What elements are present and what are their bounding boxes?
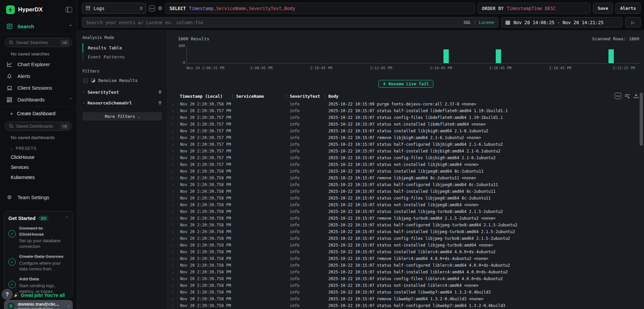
- filter-group-severitytext[interactable]: › SeverityText: [83, 90, 162, 95]
- table-row[interactable]: ›Nov 20 2:20:30.757 PMinfo2025-10-22 10:…: [168, 114, 644, 121]
- cell-severitytext: info: [290, 135, 328, 140]
- col-timestamp[interactable]: Timestamp (Local): [180, 94, 236, 99]
- app: HyperDX Search ⌃ Saved Searches ⌘K No sa…: [0, 0, 644, 309]
- histogram-bar[interactable]: [496, 49, 501, 63]
- table-row[interactable]: ›Nov 20 2:20:30.757 PMinfo2025-10-22 10:…: [168, 141, 644, 148]
- column-config-icon[interactable]: <>: [615, 93, 621, 99]
- get-started-item[interactable]: ✓ Add Data Start sending logs, metrics, …: [8, 276, 68, 294]
- checkbox-icon[interactable]: [83, 78, 88, 83]
- help-button[interactable]: ?: [2, 289, 13, 300]
- table-row[interactable]: ›Nov 20 2:20:30.758 PMinfo2025-10-22 10:…: [168, 262, 644, 269]
- collapse-sidebar-icon[interactable]: [65, 7, 72, 12]
- create-dashboard-button[interactable]: + Create Dashboard: [0, 107, 77, 118]
- table-row[interactable]: ›Nov 20 2:20:30.758 PMinfo2025-10-22 10:…: [168, 202, 644, 208]
- table-row[interactable]: ›Nov 20 2:20:30.758 PMinfo2025-10-22 10:…: [168, 188, 644, 195]
- cell-body: 2025-10-22 10:15:07 status not-installed…: [328, 283, 644, 288]
- cell-body: 2025-10-22 10:15:07 status not-installed…: [328, 243, 644, 248]
- table-row[interactable]: ›Nov 20 2:20:30.758 PMinfo2025-10-22 10:…: [168, 269, 644, 275]
- preset-clickhouse[interactable]: ClickHouse: [0, 152, 77, 162]
- gear-icon[interactable]: ⚙: [158, 5, 162, 11]
- histogram-bar[interactable]: [608, 49, 614, 63]
- table-row[interactable]: ›Nov 20 2:20:30.757 PMinfo2025-10-22 10:…: [168, 107, 644, 114]
- sql-toggle[interactable]: SQL: [464, 20, 471, 25]
- sidebar-item-team-settings[interactable]: ⚙ Team Settings: [0, 191, 77, 204]
- alerts-button[interactable]: Alerts: [615, 3, 641, 14]
- table-row[interactable]: ›Nov 20 2:20:30.758 PMinfo2025-10-22 10:…: [168, 101, 644, 107]
- cell-timestamp: Nov 20 2:20:30.758 PM: [177, 203, 236, 207]
- resume-live-tail-button[interactable]: Resume Live Tail: [378, 80, 433, 88]
- sidebar-item-dashboards[interactable]: Dashboards ⌃: [0, 94, 77, 107]
- event-search-input[interactable]: Search your events w/ Lucene ex. column:…: [82, 17, 498, 28]
- cell-timestamp: Nov 20 2:20:30.758 PM: [177, 243, 236, 248]
- cell-body: 2025-10-22 10:15:07 status half-installe…: [328, 270, 644, 274]
- preset-services[interactable]: Services: [0, 162, 77, 172]
- get-started-header[interactable]: Get Started 3/3 ⌃: [8, 215, 68, 221]
- get-started-item[interactable]: ✓ Create Data Sources Configure where yo…: [8, 254, 68, 272]
- sidebar-item-chart-explorer[interactable]: Chart Explorer: [0, 58, 77, 70]
- date-range-picker[interactable]: Nov 20 14:06:25 - Nov 20 14:21:25: [501, 17, 623, 28]
- table-row[interactable]: ›Nov 20 2:20:30.758 PMinfo2025-10-22 10:…: [168, 289, 644, 296]
- order-by-value: TimestampTime DESC: [507, 6, 556, 11]
- col-severitytext[interactable]: SeverityText: [290, 94, 328, 99]
- cell-timestamp: Nov 20 2:20:30.758 PM: [177, 209, 236, 214]
- sidebar-item-alerts[interactable]: Alerts: [0, 70, 77, 82]
- lucene-toggle[interactable]: Lucene: [479, 20, 494, 25]
- table-row[interactable]: ›Nov 20 2:20:30.757 PMinfo2025-10-22 10:…: [168, 148, 644, 154]
- filter-group-resourceschemaurl[interactable]: › ResourceSchemaUrl: [83, 100, 162, 105]
- user-menu[interactable]: D dominic.tran@clic... dominic.tran@clic…: [4, 300, 73, 309]
- run-query-button[interactable]: ▷: [625, 17, 641, 28]
- preset-kubernetes[interactable]: Kubernetes: [0, 172, 77, 182]
- presets-label: PRESETS: [16, 146, 37, 151]
- sidebar-item-client-sessions[interactable]: Client Sessions: [0, 82, 77, 94]
- code-toggle-icon[interactable]: <>: [149, 5, 155, 11]
- col-body[interactable]: Body: [328, 94, 644, 99]
- select-columns-input[interactable]: SELECT Timestamp ,ServiceName,SeverityTe…: [165, 3, 475, 14]
- table-row[interactable]: ›Nov 20 2:20:30.758 PMinfo2025-10-22 10:…: [168, 195, 644, 202]
- mode-results-table[interactable]: Results Table: [83, 43, 162, 52]
- sidebar-item-search[interactable]: Search ⌃: [0, 19, 77, 34]
- table-row[interactable]: ›Nov 20 2:20:30.758 PMinfo2025-10-22 10:…: [168, 255, 644, 262]
- table-row[interactable]: ›Nov 20 2:20:30.758 PMinfo2025-10-22 10:…: [168, 181, 644, 188]
- table-row[interactable]: ›Nov 20 2:20:30.757 PMinfo2025-10-22 10:…: [168, 161, 644, 168]
- table-row[interactable]: ›Nov 20 2:20:30.758 PMinfo2025-10-22 10:…: [168, 242, 644, 249]
- table-row[interactable]: ›Nov 20 2:20:30.758 PMinfo2025-10-22 10:…: [168, 275, 644, 282]
- cell-severitytext: info: [290, 102, 328, 106]
- histogram-bar[interactable]: [443, 49, 449, 63]
- table-row[interactable]: ›Nov 20 2:20:30.758 PMinfo2025-10-22 10:…: [168, 282, 644, 289]
- order-by-input[interactable]: ORDER BY TimestampTime DESC: [478, 3, 590, 14]
- pin-icon[interactable]: [158, 90, 162, 94]
- table-row[interactable]: ›Nov 20 2:20:30.757 PMinfo2025-10-22 10:…: [168, 154, 644, 161]
- cell-body: 2025-10-22 10:15:07 status installed lib…: [328, 129, 644, 133]
- get-started-item[interactable]: ✓ Connect to ClickHouse Set up your data…: [8, 225, 68, 249]
- vertical-scrollbar[interactable]: [640, 93, 643, 146]
- cell-body: 2025-10-22 10:15:07 status half-installe…: [328, 189, 644, 194]
- presets-toggle[interactable]: ⌄ PRESETS: [0, 142, 77, 152]
- pin-icon[interactable]: [158, 101, 162, 105]
- sidebar-header: HyperDX: [0, 0, 77, 19]
- table-row[interactable]: ›Nov 20 2:20:30.757 PMinfo2025-10-22 10:…: [168, 134, 644, 141]
- table-row[interactable]: ›Nov 20 2:20:30.758 PMinfo2025-10-22 10:…: [168, 168, 644, 175]
- table-row[interactable]: ›Nov 20 2:20:30.757 PMinfo2025-10-22 10:…: [168, 128, 644, 134]
- search-doc-icon: [6, 24, 13, 29]
- table-row[interactable]: ›Nov 20 2:20:30.758 PMinfo2025-10-22 10:…: [168, 222, 644, 228]
- source-select[interactable]: Logs: [82, 3, 146, 14]
- saved-searches-input[interactable]: Saved Searches ⌘K: [5, 38, 72, 47]
- table-row[interactable]: ›Nov 20 2:20:30.758 PMinfo2025-10-22 10:…: [168, 208, 644, 215]
- table-row[interactable]: ›Nov 20 2:20:30.758 PMinfo2025-10-22 10:…: [168, 296, 644, 302]
- save-button[interactable]: Save: [593, 3, 613, 14]
- table-row[interactable]: ›Nov 20 2:20:30.758 PMinfo2025-10-22 10:…: [168, 249, 644, 255]
- download-icon[interactable]: [634, 93, 639, 98]
- mode-event-patterns[interactable]: Event Patterns: [83, 52, 162, 61]
- col-servicename[interactable]: ServiceName: [236, 94, 290, 99]
- wrap-lines-icon[interactable]: [625, 94, 630, 98]
- table-row[interactable]: ›Nov 20 2:20:30.758 PMinfo2025-10-22 10:…: [168, 235, 644, 242]
- histogram-plot[interactable]: 800 0: [186, 45, 640, 63]
- more-filters-button[interactable]: More filters ⌄: [83, 112, 162, 121]
- table-row[interactable]: ›Nov 20 2:20:30.758 PMinfo2025-10-22 10:…: [168, 228, 644, 235]
- table-row[interactable]: ›Nov 20 2:20:30.757 PMinfo2025-10-22 10:…: [168, 121, 644, 128]
- table-row[interactable]: ›Nov 20 2:20:30.758 PMinfo2025-10-22 10:…: [168, 302, 644, 309]
- table-row[interactable]: ›Nov 20 2:20:30.758 PMinfo2025-10-22 10:…: [168, 175, 644, 181]
- saved-dashboards-input[interactable]: Saved Dashboards ⌘K: [5, 122, 72, 131]
- table-row[interactable]: ›Nov 20 2:20:30.758 PMinfo2025-10-22 10:…: [168, 215, 644, 222]
- denoise-results-checkbox[interactable]: Denoise Results: [83, 77, 162, 84]
